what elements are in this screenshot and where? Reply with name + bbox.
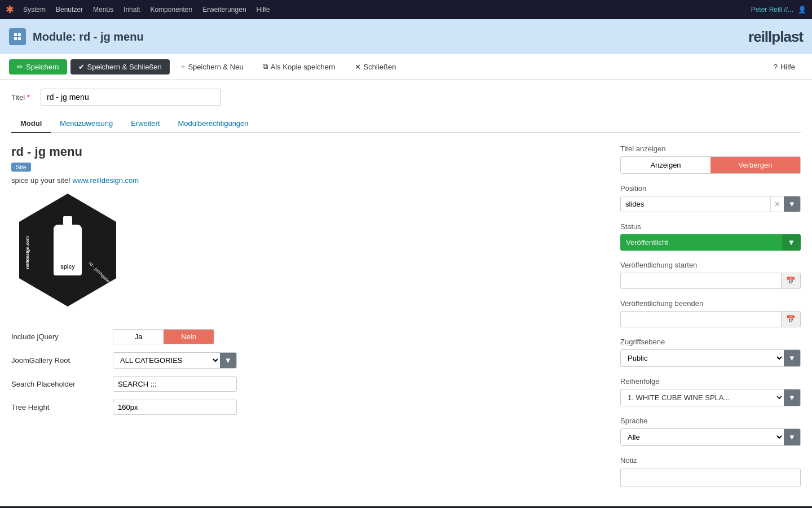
close-button[interactable]: ✕ Schließen (347, 59, 404, 75)
svg-rect-0 (14, 33, 17, 36)
left-panel: rd - jg menu Site spice up your site! ww… (11, 144, 603, 497)
tab-erweitert[interactable]: Erweitert (122, 115, 169, 133)
nav-menu: System Benutzer Menüs Inhalt Komponenten… (23, 6, 270, 14)
nav-erweiterungen[interactable]: Erweiterungen (202, 6, 246, 14)
jg-menu-label: rd - joomgallery menu (87, 261, 122, 295)
help-icon: ? (774, 63, 778, 71)
notiz-input[interactable] (620, 468, 801, 487)
reihenfolge-arrow[interactable]: ▼ (784, 389, 800, 406)
joomla-logo-icon[interactable]: ✱ (6, 3, 14, 16)
position-label: Position (620, 184, 801, 192)
nav-hilfe[interactable]: Hilfe (257, 6, 270, 14)
nav-komponenten[interactable]: Komponenten (150, 6, 192, 14)
sprache-field: Alle ▼ (620, 428, 801, 446)
save-button[interactable]: ✏ Speichern (9, 59, 67, 75)
status-arrow-button[interactable]: ▼ (782, 234, 801, 251)
nav-benutzer[interactable]: Benutzer (56, 6, 83, 14)
status-dropdown: Veröffentlicht ▼ (620, 234, 801, 251)
joomgallery-root-row: JoomGallery Root ALL CATEGORIES ▼ (11, 352, 603, 369)
reihenfolge-field: 1. WHITE CUBE WINE SPLA... ▼ (620, 389, 801, 406)
titel-anzeigen-section: Titel anzeigen Anzeigen Verbergen (620, 144, 801, 174)
publish-start-section: Veröffentlichung starten 📅 (620, 261, 801, 289)
title-input[interactable] (41, 89, 221, 106)
nav-system[interactable]: System (23, 6, 46, 14)
user-icon: 👤 (798, 6, 806, 14)
jquery-nein-button[interactable]: Nein (164, 330, 214, 344)
zugriffsebene-arrow[interactable]: ▼ (784, 350, 800, 366)
verbergen-button[interactable]: Verbergen (710, 157, 800, 173)
save-close-button[interactable]: ✔ Speichern & Schließen (70, 59, 170, 75)
jquery-ja-button[interactable]: Ja (113, 330, 164, 344)
content-area: Titel * Modul Menüzuweisung Erweitert Mo… (0, 80, 812, 506)
copy-icon: ⧉ (263, 62, 268, 71)
save-icon: ✏ (17, 63, 23, 71)
module-description: spice up your site! www.reilldesign.com (11, 176, 603, 185)
search-placeholder-input[interactable] (113, 376, 237, 392)
header-bar: Module: rd - jg menu reillplast (0, 19, 812, 54)
hex-side-text: reilldesign.com (25, 236, 30, 269)
publish-start-field: 📅 (620, 273, 801, 289)
tab-menuzuweisung[interactable]: Menüzuweisung (51, 115, 122, 133)
zugriffsebene-select[interactable]: Public (621, 350, 784, 366)
svg-rect-2 (14, 37, 17, 40)
position-field: ✕ ▼ (620, 196, 801, 212)
zugriffsebene-section: Zugriffsebene Public ▼ (620, 338, 801, 367)
module-link[interactable]: www.reilldesign.com (72, 176, 139, 185)
save-new-button[interactable]: + Speichern & Neu (173, 59, 251, 75)
check-icon: ✔ (78, 63, 85, 71)
search-placeholder-label: Search Placeholder (11, 380, 113, 388)
notiz-section: Notiz (620, 456, 801, 487)
tree-height-row: Tree Height (11, 400, 603, 415)
sprache-arrow[interactable]: ▼ (784, 429, 800, 445)
sprache-section: Sprache Alle ▼ (620, 417, 801, 446)
module-icon (9, 28, 26, 45)
top-navigation: ✱ System Benutzer Menüs Inhalt Komponent… (0, 0, 812, 19)
svg-rect-1 (18, 33, 21, 36)
title-field-label: Titel * (11, 93, 34, 102)
right-panel: Titel anzeigen Anzeigen Verbergen Positi… (620, 144, 801, 497)
tree-height-label: Tree Height (11, 403, 113, 411)
hex-logo: reilldesign.com spicy rd - joomgallery m… (11, 194, 124, 306)
main-layout: rd - jg menu Site spice up your site! ww… (11, 144, 801, 497)
user-area: Peter Reill //... 👤 (751, 6, 806, 14)
titel-anzeigen-toggle: Anzeigen Verbergen (620, 156, 801, 174)
user-link[interactable]: Peter Reill //... (751, 6, 793, 14)
search-placeholder-row: Search Placeholder (11, 376, 603, 392)
tree-height-input[interactable] (113, 400, 237, 415)
save-copy-button[interactable]: ⧉ Als Kopie speichern (255, 59, 343, 75)
joomgallery-root-arrow[interactable]: ▼ (220, 353, 236, 368)
anzeigen-button[interactable]: Anzeigen (621, 157, 710, 173)
tab-modulberechtigungen[interactable]: Modulberechtigungen (169, 115, 258, 133)
sprache-select[interactable]: Alle (621, 429, 784, 445)
toolbar: ✏ Speichern ✔ Speichern & Schließen + Sp… (0, 54, 812, 80)
svg-rect-3 (18, 37, 21, 40)
publish-start-calendar-button[interactable]: 📅 (781, 273, 800, 288)
include-jquery-row: Include jQuery Ja Nein (11, 329, 603, 344)
publish-end-section: Veröffentlichung beenden 📅 (620, 299, 801, 327)
joomgallery-root-label: JoomGallery Root (11, 356, 113, 365)
zugriffsebene-label: Zugriffsebene (620, 338, 801, 346)
reihenfolge-label: Reihenfolge (620, 377, 801, 386)
publish-end-calendar-button[interactable]: 📅 (781, 312, 800, 327)
reihenfolge-select[interactable]: 1. WHITE CUBE WINE SPLA... (621, 389, 784, 406)
position-arrow-button[interactable]: ▼ (784, 196, 800, 212)
notiz-label: Notiz (620, 456, 801, 465)
help-button[interactable]: ? Hilfe (766, 59, 803, 75)
publish-start-input[interactable] (621, 273, 781, 288)
close-icon: ✕ (355, 63, 361, 71)
joomgallery-root-select[interactable]: ALL CATEGORIES (113, 353, 220, 368)
module-name-title: rd - jg menu (11, 144, 603, 159)
spicy-label: spicy (60, 264, 75, 270)
nav-inhalt[interactable]: Inhalt (123, 6, 140, 14)
reihenfolge-section: Reihenfolge 1. WHITE CUBE WINE SPLA... ▼ (620, 377, 801, 406)
tabs: Modul Menüzuweisung Erweitert Modulberec… (11, 115, 801, 133)
tab-modul[interactable]: Modul (11, 115, 51, 133)
sprache-label: Sprache (620, 417, 801, 425)
publish-end-input[interactable] (621, 312, 781, 327)
position-input[interactable] (621, 196, 770, 212)
position-clear-button[interactable]: ✕ (770, 196, 784, 212)
nav-menus[interactable]: Menüs (93, 6, 113, 14)
status-label: Status (620, 222, 801, 231)
include-jquery-toggle: Ja Nein (113, 329, 214, 344)
titel-anzeigen-label: Titel anzeigen (620, 144, 801, 153)
